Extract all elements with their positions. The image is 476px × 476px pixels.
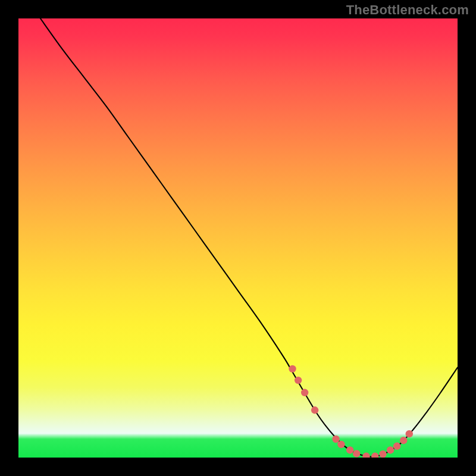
optimal-point-dot <box>362 453 369 458</box>
optimal-point-dot <box>387 446 394 453</box>
optimal-point-dot <box>295 377 302 384</box>
chart-svg <box>18 18 458 458</box>
bottleneck-curve <box>40 18 458 457</box>
optimal-point-dot <box>337 441 345 448</box>
chart-frame: TheBottleneck.com <box>0 0 476 476</box>
optimal-point-dot <box>346 446 353 453</box>
optimal-point-dot <box>406 430 413 437</box>
optimal-point-dot <box>311 406 318 414</box>
optimal-zone-dots <box>289 365 413 458</box>
optimal-point-dot <box>353 450 360 457</box>
watermark-text: TheBottleneck.com <box>346 2 469 18</box>
optimal-point-dot <box>301 389 308 396</box>
optimal-point-dot <box>393 443 400 450</box>
optimal-point-dot <box>371 453 378 458</box>
optimal-point-dot <box>379 450 386 458</box>
plot-area <box>18 18 458 458</box>
optimal-point-dot <box>400 437 407 444</box>
optimal-point-dot <box>289 365 296 372</box>
optimal-point-dot <box>332 436 339 443</box>
